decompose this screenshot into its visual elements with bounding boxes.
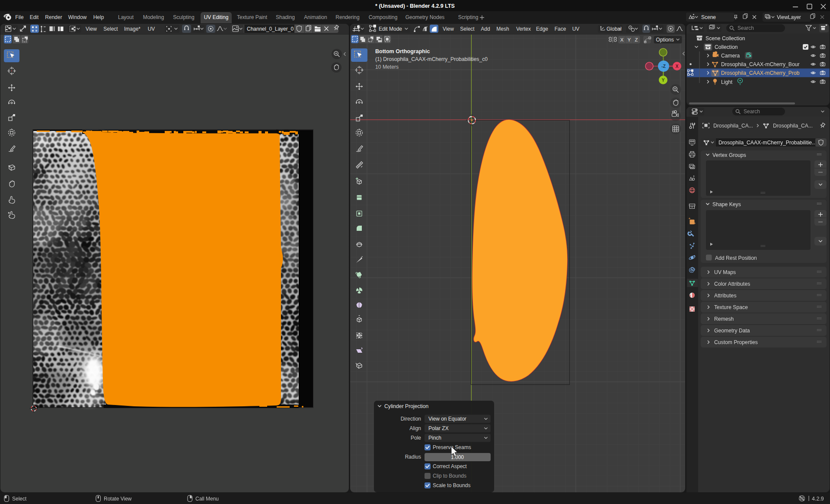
svg-text:Face: Face — [555, 26, 566, 32]
svg-text:Render: Render — [45, 14, 62, 20]
svg-text:Select: Select — [460, 26, 475, 32]
svg-text:Help: Help — [93, 14, 104, 20]
svg-text:Layout: Layout — [118, 14, 134, 20]
svg-text:Animation: Animation — [304, 14, 327, 20]
svg-text:Radius: Radius — [405, 454, 421, 460]
svg-text:Select: Select — [103, 26, 118, 32]
svg-text:Add: Add — [481, 26, 490, 32]
svg-text:Shading: Shading — [276, 14, 295, 20]
svg-text:Bottom Orthographic: Bottom Orthographic — [375, 48, 430, 54]
svg-text:UV: UV — [148, 26, 155, 32]
svg-text:Edge: Edge — [536, 26, 548, 32]
svg-text:Align: Align — [409, 425, 421, 431]
svg-text:Pole: Pole — [411, 435, 421, 441]
svg-text:X: X — [620, 37, 624, 42]
svg-text:Geometry Nodes: Geometry Nodes — [405, 14, 445, 20]
svg-text:Vertex Groups: Vertex Groups — [712, 152, 746, 158]
svg-text:Direction: Direction — [401, 416, 421, 422]
svg-text:Modeling: Modeling — [143, 14, 164, 20]
svg-text:Drosophila_CA...: Drosophila_CA... — [773, 123, 813, 129]
svg-text:Channel_0_Layer_0: Channel_0_Layer_0 — [247, 26, 294, 32]
svg-text:Color Attributes: Color Attributes — [714, 281, 750, 287]
svg-text:Remesh: Remesh — [714, 316, 734, 322]
svg-text:File: File — [15, 14, 24, 20]
svg-text:Options: Options — [656, 37, 674, 43]
svg-text:Custom Properties: Custom Properties — [714, 339, 758, 345]
svg-text:Add Rest Position: Add Rest Position — [715, 255, 757, 261]
svg-text:-Z: -Z — [661, 64, 666, 69]
svg-text:Mesh: Mesh — [496, 26, 509, 32]
svg-text:* (Unsaved) - Blender 4.2.9 LT: * (Unsaved) - Blender 4.2.9 LTS — [375, 3, 455, 9]
svg-text:Image*: Image* — [124, 26, 140, 32]
svg-text:View: View — [86, 26, 97, 32]
svg-text:Camera: Camera — [721, 53, 740, 59]
svg-text:View on Equator: View on Equator — [428, 416, 466, 422]
svg-text:Y: Y — [661, 77, 664, 83]
svg-text:4.2.9: 4.2.9 — [812, 496, 824, 502]
svg-text:X: X — [675, 64, 678, 69]
svg-text:Pinch: Pinch — [428, 435, 441, 441]
svg-text:1.000: 1.000 — [451, 454, 464, 460]
svg-text:Texture Space: Texture Space — [714, 304, 748, 310]
svg-text:Z: Z — [635, 37, 638, 42]
svg-text:Rotate View: Rotate View — [104, 496, 132, 502]
svg-text:Vertex: Vertex — [516, 26, 531, 32]
svg-text:Edit Mode: Edit Mode — [379, 26, 402, 32]
svg-text:Cylinder Projection: Cylinder Projection — [384, 403, 428, 409]
svg-text:Scene Collection: Scene Collection — [706, 35, 745, 41]
svg-text:Search: Search — [744, 108, 760, 115]
svg-text:Scripting: Scripting — [458, 14, 479, 20]
svg-text:UV: UV — [572, 26, 580, 32]
svg-text:Shape Keys: Shape Keys — [712, 201, 741, 207]
svg-text:Light: Light — [721, 79, 733, 85]
svg-text:Correct Aspect: Correct Aspect — [433, 463, 467, 469]
svg-text:Collection: Collection — [715, 44, 738, 50]
svg-text:Geometry Data: Geometry Data — [714, 328, 750, 334]
svg-text:Rendering: Rendering — [335, 14, 359, 20]
svg-text:UV Maps: UV Maps — [714, 269, 736, 275]
svg-text:View: View — [443, 26, 454, 32]
svg-text:Edit: Edit — [30, 14, 39, 20]
svg-text:Texture Paint: Texture Paint — [237, 14, 268, 20]
svg-text:Y: Y — [627, 37, 631, 42]
svg-text:Compositing: Compositing — [369, 14, 398, 20]
svg-text:Select: Select — [12, 496, 27, 502]
svg-text:Drosophila_CAAX-mCherry_Prob: Drosophila_CAAX-mCherry_Prob — [721, 70, 800, 76]
svg-text:10 Meters: 10 Meters — [375, 64, 399, 70]
svg-text:Sculpting: Sculpting — [173, 14, 194, 20]
svg-text:Scale to Bounds: Scale to Bounds — [433, 482, 470, 488]
svg-text:Search: Search — [737, 25, 754, 31]
svg-text:Call Menu: Call Menu — [195, 496, 219, 502]
svg-text:Drosophila_CA...: Drosophila_CA... — [713, 123, 753, 129]
svg-text:Attributes: Attributes — [714, 293, 736, 299]
svg-text:Polar ZX: Polar ZX — [428, 425, 449, 431]
svg-text:Scene: Scene — [701, 14, 716, 20]
svg-text:Clip to Bounds: Clip to Bounds — [433, 473, 466, 479]
svg-text:UV Editing: UV Editing — [204, 14, 229, 20]
svg-text:(1) Drosophila_CAAX-mCherry_Pr: (1) Drosophila_CAAX-mCherry_Probabilitie… — [375, 56, 488, 62]
svg-text:Drosophila_CAAX-mCherry_Bour: Drosophila_CAAX-mCherry_Bour — [721, 61, 800, 67]
svg-text:Drosophila_CAAX-mCherry_Probab: Drosophila_CAAX-mCherry_Probabilitie... — [718, 140, 816, 146]
svg-text:ViewLayer: ViewLayer — [777, 14, 801, 20]
svg-text:Window: Window — [68, 14, 87, 20]
